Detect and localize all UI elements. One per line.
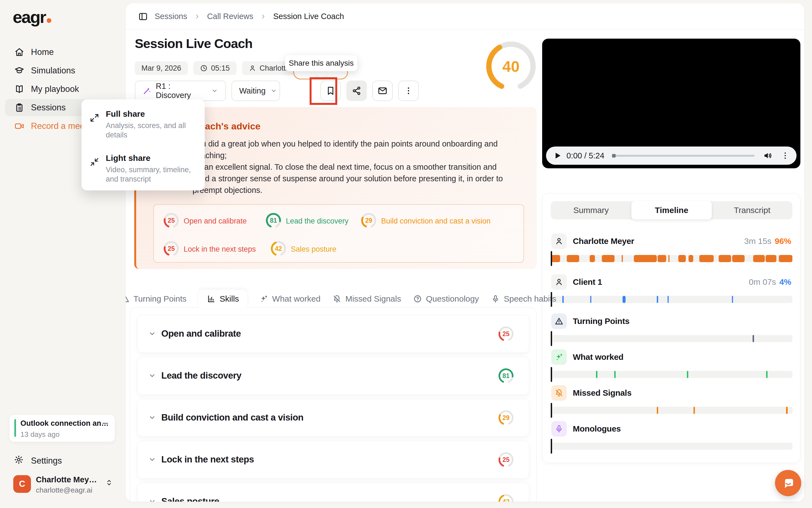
timeline-segment <box>657 407 658 414</box>
share-button[interactable] <box>346 81 367 101</box>
timeline-segment <box>667 296 669 303</box>
timeline-segment <box>622 255 623 262</box>
video-controls: 0:00 / 5:24 <box>546 146 797 165</box>
breadcrumb-item[interactable]: Sessions <box>155 12 187 21</box>
speaking-percentage: 96% <box>775 237 791 246</box>
score-ring: 81 <box>265 212 282 230</box>
chevron-down-icon <box>270 87 277 94</box>
playhead-cursor[interactable] <box>551 251 552 266</box>
bookmark-button[interactable] <box>320 81 341 101</box>
timeline-row-stats: 0m 07s4% <box>749 277 791 287</box>
skill-accordion-row[interactable]: Lead the discovery81 <box>137 357 529 395</box>
tab-questionology[interactable]: Questionology <box>413 294 479 303</box>
playhead-cursor[interactable] <box>551 331 552 346</box>
video-progress[interactable] <box>612 155 755 157</box>
home-icon <box>14 47 24 57</box>
minus-icon[interactable] <box>101 419 109 428</box>
skill-accordion-row[interactable]: Sales posture42 <box>137 482 529 502</box>
person-icon <box>248 64 256 72</box>
email-button[interactable] <box>372 81 393 101</box>
right-tab-transcript[interactable]: Transcript <box>712 201 792 219</box>
coach-scores-box: 25Open and calibrate81Lead the discovery… <box>153 204 524 263</box>
coach-message-line: build a stronger sense of suspense aroun… <box>193 173 532 184</box>
envelope-icon <box>378 86 387 96</box>
panel-toggle-icon[interactable] <box>138 11 148 22</box>
status-select[interactable]: Waiting <box>231 81 280 101</box>
more-options-button[interactable] <box>398 81 419 101</box>
tab-turning-points[interactable]: Turning Points <box>127 294 186 303</box>
user-name: Charlotte Mey… <box>36 475 97 484</box>
chat-launcher-button[interactable] <box>775 470 801 496</box>
timeline-track[interactable] <box>551 407 792 414</box>
share-menu-item-full-share[interactable]: Full shareAnalysis, scores, and all deta… <box>81 109 205 148</box>
toolbar: R1 : Discovery Waiting <box>135 81 419 101</box>
breadcrumb-item[interactable]: Call Reviews <box>207 12 254 21</box>
round-select[interactable]: R1 : Discovery <box>135 81 226 101</box>
score-ring: 29 <box>360 212 377 230</box>
play-icon[interactable] <box>552 151 563 161</box>
chevron-down-icon <box>148 455 156 465</box>
eagr-logo[interactable]: eagr <box>13 7 51 27</box>
skills-panel: Open and calibrate25Lead the discovery81… <box>130 307 537 502</box>
person-icon <box>551 234 567 249</box>
playhead-cursor[interactable] <box>551 367 552 382</box>
chevrons-up-down-icon[interactable] <box>105 478 113 488</box>
timeline-track[interactable] <box>551 371 792 378</box>
skill-accordion-row[interactable]: Build conviction and cast a vision29 <box>137 399 529 437</box>
timeline-track[interactable] <box>551 255 792 262</box>
user-menu[interactable]: C Charlotte Mey… charlotte@eagr.ai <box>13 475 115 497</box>
sidebar-item-settings[interactable]: Settings <box>14 455 62 467</box>
collapse-icon <box>90 157 99 168</box>
outlook-notification-card[interactable]: Outlook connection an… 13 days ago <box>9 415 115 442</box>
tab-speech-habits[interactable]: Speech habits <box>491 294 556 303</box>
warning-triangle-icon <box>126 294 129 303</box>
svg-text:42: 42 <box>275 245 282 252</box>
playhead-cursor[interactable] <box>551 403 552 418</box>
timeline-track[interactable] <box>551 296 792 303</box>
timeline-track[interactable] <box>551 335 792 342</box>
skill-title: Build conviction and cast a vision <box>161 412 304 423</box>
timeline-segment <box>551 255 560 262</box>
skill-accordion-row[interactable]: Open and calibrate25 <box>137 315 529 353</box>
coach-message-line: it's an excellent signal. To close the d… <box>193 161 532 173</box>
sidebar-item-label: Home <box>31 47 54 57</box>
timeline-segment <box>694 407 695 414</box>
playhead-cursor[interactable] <box>551 439 552 454</box>
tab-what-worked[interactable]: What worked <box>259 294 320 303</box>
main-panel: SessionsCall ReviewsSession Live Coach S… <box>126 3 804 502</box>
mic-icon <box>551 421 567 436</box>
timeline-segment <box>567 255 579 262</box>
timeline-segment <box>753 255 765 262</box>
score-badge: 25Lock in the next steps <box>163 240 256 258</box>
score-badge: 29Build conviction and cast a vision <box>360 212 491 230</box>
score-label: Lead the discovery <box>286 217 349 225</box>
video-kebab-icon[interactable] <box>780 151 790 160</box>
timeline-segment <box>786 407 787 414</box>
sidebar-item-simulations[interactable]: Simulations <box>5 62 119 79</box>
svg-text:29: 29 <box>502 414 510 421</box>
share-menu-item-title: Light share <box>106 154 151 163</box>
playhead-cursor[interactable] <box>551 292 552 307</box>
tab-skills[interactable]: Skills <box>199 290 247 308</box>
score-label: Lock in the next steps <box>184 245 256 254</box>
tab-missed-signals[interactable]: Missed Signals <box>333 294 401 303</box>
sparkles-icon <box>259 294 268 303</box>
skill-accordion-row[interactable]: Lock in the next steps25 <box>137 441 529 479</box>
bell-off-icon <box>333 294 341 303</box>
timeline-row-label: What worked <box>551 349 623 365</box>
tab-label: Speech habits <box>504 294 556 303</box>
skill-title: Open and calibrate <box>161 328 241 339</box>
sidebar-item-my-playbook[interactable]: My playbook <box>5 81 119 98</box>
right-tab-timeline[interactable]: Timeline <box>631 201 712 219</box>
bell-off-icon <box>551 385 567 401</box>
session-video[interactable]: 0:00 / 5:24 <box>542 39 800 168</box>
right-tab-summary[interactable]: Summary <box>551 201 631 219</box>
timeline-row-label: Client 1 <box>551 274 602 290</box>
speaking-percentage: 4% <box>779 277 791 287</box>
book-open-icon <box>14 84 24 94</box>
timeline-track[interactable] <box>551 442 792 450</box>
volume-icon[interactable] <box>763 151 773 161</box>
share-menu-item-light-share[interactable]: Light shareVideo, summary, timeline, and… <box>81 154 205 192</box>
sidebar-item-home[interactable]: Home <box>5 44 119 61</box>
skill-score-ring: 25 <box>497 325 514 344</box>
